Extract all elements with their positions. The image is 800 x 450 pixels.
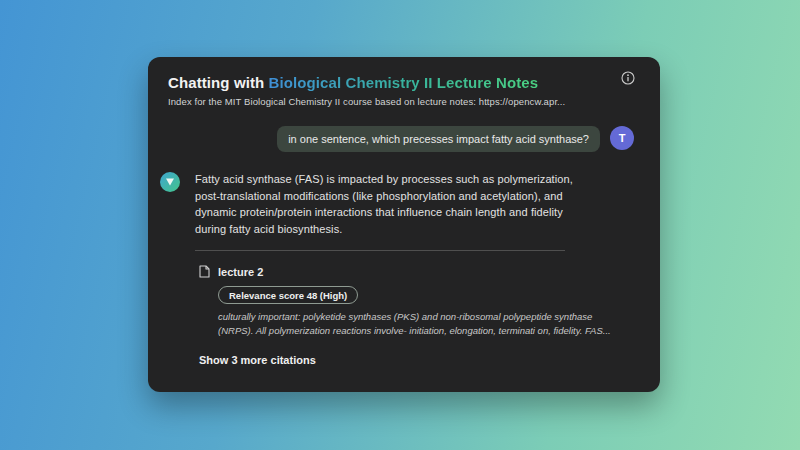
assistant-message-text: Fatty acid synthase (FAS) is impacted by… (195, 171, 589, 237)
divider (195, 250, 565, 251)
document-icon (199, 265, 210, 278)
chat-card: Chatting with Biological Chemistry II Le… (148, 57, 660, 392)
funnel-triangle-icon (164, 176, 176, 188)
citation-body: Relevance score 48 (High) culturally imp… (218, 278, 634, 338)
user-message-row: in one sentence, which precesses impact … (160, 126, 634, 152)
title-prefix: Chatting with (168, 74, 269, 91)
relevance-badge: Relevance score 48 (High) (218, 286, 358, 304)
chat-header: Chatting with Biological Chemistry II Le… (148, 57, 660, 107)
citation-header[interactable]: lecture 2 (199, 265, 634, 278)
assistant-avatar (160, 172, 180, 192)
title-index-name: Biological Chemistry II Lecture Notes (269, 74, 539, 91)
index-description: Index for the MIT Biological Chemistry I… (168, 96, 640, 107)
user-message-bubble: in one sentence, which precesses impact … (277, 126, 600, 152)
page-title: Chatting with Biological Chemistry II Le… (168, 73, 640, 93)
chat-area: in one sentence, which precesses impact … (148, 126, 660, 366)
show-more-citations-button[interactable]: Show 3 more citations (199, 354, 634, 366)
assistant-message-column: Fatty acid synthase (FAS) is impacted by… (195, 171, 634, 366)
citation-snippet: culturally important: polyketide synthas… (218, 310, 626, 338)
info-circle-icon (621, 71, 635, 85)
assistant-message-row: Fatty acid synthase (FAS) is impacted by… (160, 171, 634, 366)
info-icon[interactable] (620, 70, 635, 85)
user-avatar: T (610, 126, 634, 150)
citation-source: lecture 2 (218, 266, 263, 278)
citation-item: lecture 2 Relevance score 48 (High) cult… (195, 265, 634, 366)
